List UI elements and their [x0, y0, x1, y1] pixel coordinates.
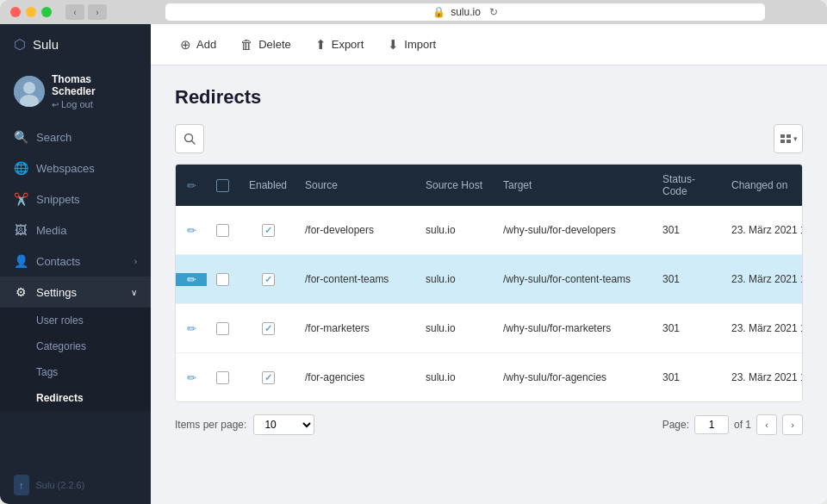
pencil-icon[interactable]: ✏	[187, 273, 196, 286]
row-status-code: 301	[656, 273, 724, 285]
delete-icon: 🗑	[240, 37, 253, 52]
import-button[interactable]: ⬇ Import	[376, 30, 448, 59]
sidebar-item-redirects[interactable]: Redirects	[0, 385, 151, 411]
enabled-checkbox[interactable]	[262, 371, 275, 384]
sidebar-item-webspaces[interactable]: 🌐 Webspaces	[0, 152, 151, 184]
sidebar-item-categories[interactable]: Categories	[0, 333, 151, 359]
sidebar-item-snippets[interactable]: ✂️ Snippets	[0, 184, 151, 215]
sidebar-item-label: Contacts	[36, 255, 80, 268]
toolbar: ⊕ Add 🗑 Delete ⬆ Export ⬇ Import	[151, 24, 827, 65]
minimize-button[interactable]	[26, 7, 36, 17]
pencil-icon[interactable]: ✏	[187, 322, 196, 335]
svg-rect-6	[787, 134, 791, 138]
row-checkbox[interactable]	[216, 224, 229, 237]
row-source: /for-agencies	[298, 371, 419, 383]
row-edit-col[interactable]: ✏	[176, 322, 207, 335]
logout-label: Log out	[61, 99, 93, 109]
sidebar-item-label: Settings	[36, 286, 77, 299]
sidebar-item-label: Snippets	[36, 193, 80, 206]
logout-icon: ↩	[52, 100, 59, 109]
sidebar-item-tags[interactable]: Tags	[0, 359, 151, 385]
add-icon: ⊕	[180, 37, 191, 53]
row-edit-col[interactable]: ✏	[176, 273, 207, 286]
select-all-checkbox[interactable]	[216, 179, 229, 192]
search-button[interactable]	[175, 124, 204, 153]
row-edit-col[interactable]: ✏	[176, 371, 207, 384]
row-checkbox[interactable]	[216, 273, 229, 286]
maximize-button[interactable]	[41, 7, 52, 17]
next-page-button[interactable]: ›	[782, 414, 803, 435]
prev-page-button[interactable]: ‹	[756, 414, 777, 435]
delete-button[interactable]: 🗑 Delete	[228, 30, 303, 59]
table-row: ✏ /for-developers sulu.io /why-sulu/for-…	[176, 206, 802, 255]
forward-button[interactable]: ›	[88, 4, 107, 20]
version-label: Sulu (2.2.6)	[36, 480, 85, 490]
row-edit-col[interactable]: ✏	[176, 224, 207, 237]
table-header: ✏ Enabled Source Source Host Target Stat…	[176, 165, 802, 206]
row-enabled	[238, 322, 298, 335]
header-changed-on: Changed on	[724, 171, 803, 200]
row-enabled	[238, 371, 298, 384]
enabled-checkbox[interactable]	[262, 322, 275, 335]
row-source: /for-developers	[298, 224, 419, 236]
back-button[interactable]: ‹	[65, 4, 84, 20]
sidebar-footer: ↑ Sulu (2.2.6)	[0, 466, 151, 504]
logout-button[interactable]: ↩ Log out	[52, 99, 137, 109]
svg-rect-5	[780, 134, 785, 138]
pencil-icon[interactable]: ✏	[187, 224, 196, 237]
view-toggle-button[interactable]: ▾	[774, 124, 803, 153]
row-status-code: 301	[656, 322, 724, 334]
header-check-col[interactable]	[207, 171, 238, 201]
page-input[interactable]	[694, 415, 729, 434]
upload-icon[interactable]: ↑	[14, 475, 29, 495]
address-bar[interactable]: 🔒 sulu.io ↻	[165, 3, 765, 21]
sidebar-item-settings[interactable]: ⚙ Settings ∨	[0, 277, 151, 308]
row-check-col[interactable]	[207, 371, 238, 384]
enabled-checkbox[interactable]	[262, 273, 275, 286]
expand-icon: ∨	[131, 288, 137, 297]
table-row: ✏ /for-content-teams sulu.io /why-sulu/f…	[176, 255, 802, 304]
pagination: Items per page: 10 20 50 100 Page: of 1 …	[175, 402, 803, 439]
row-changed-on: 23. März 2021 14:38	[724, 224, 803, 236]
per-page-select[interactable]: 10 20 50 100	[253, 414, 314, 435]
table-row: ✏ /for-marketers sulu.io /why-sulu/for-m…	[176, 304, 802, 353]
sidebar-item-media[interactable]: 🖼 Media	[0, 215, 151, 246]
header-status-code: Status-Code	[656, 165, 724, 206]
row-check-col[interactable]	[207, 224, 238, 237]
add-button[interactable]: ⊕ Add	[168, 30, 228, 59]
controls-row: ▾	[175, 124, 803, 153]
row-source-host: sulu.io	[419, 224, 496, 236]
row-enabled	[238, 273, 298, 286]
enabled-checkbox[interactable]	[262, 224, 275, 237]
total-pages: of 1	[734, 419, 751, 431]
close-button[interactable]	[10, 7, 21, 17]
sidebar-item-contacts[interactable]: 👤 Contacts ›	[0, 246, 151, 277]
user-section: Thomas Schedler ↩ Log out	[0, 65, 151, 121]
row-source: /for-marketers	[298, 322, 419, 334]
import-icon: ⬇	[388, 37, 399, 53]
pencil-icon[interactable]: ✏	[187, 371, 196, 384]
row-target: /why-sulu/for-developers	[496, 224, 656, 236]
sidebar-item-search[interactable]: 🔍 Search	[0, 121, 151, 152]
sidebar-nav: 🔍 Search 🌐 Webspaces ✂️ Snippets 🖼 Media…	[0, 121, 151, 466]
url-text: sulu.io	[451, 6, 481, 18]
row-changed-on: 23. März 2021 13:39	[724, 273, 803, 285]
nav-buttons: ‹ ›	[65, 4, 107, 20]
sidebar-header: ⬡ Sulu	[0, 24, 151, 65]
svg-point-1	[23, 82, 35, 94]
row-check-col[interactable]	[207, 322, 238, 335]
header-source: Source	[298, 171, 419, 200]
row-checkbox[interactable]	[216, 371, 229, 384]
row-target: /why-sulu/for-content-teams	[496, 273, 656, 285]
content-area: Redirects	[151, 65, 827, 504]
row-check-col[interactable]	[207, 273, 238, 286]
row-changed-on: 23. März 2021 13:39	[724, 371, 803, 383]
items-per-page-label: Items per page:	[175, 419, 246, 431]
add-label: Add	[196, 38, 216, 51]
delete-label: Delete	[258, 38, 291, 51]
row-checkbox[interactable]	[216, 322, 229, 335]
export-button[interactable]: ⬆ Export	[303, 30, 376, 59]
sidebar-item-label: Webspaces	[36, 162, 95, 175]
refresh-button[interactable]: ↻	[489, 6, 498, 18]
sidebar-item-user-roles[interactable]: User roles	[0, 308, 151, 333]
